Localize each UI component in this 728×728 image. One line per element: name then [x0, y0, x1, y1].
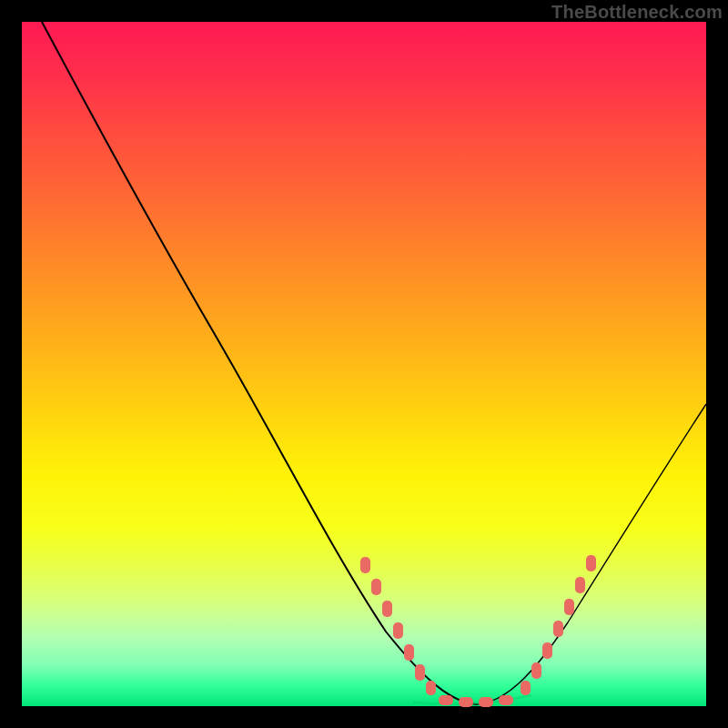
svg-rect-16 — [575, 577, 585, 593]
sample-dots-right — [521, 555, 596, 695]
svg-rect-4 — [404, 644, 414, 661]
sample-dots-bottom — [439, 695, 513, 707]
svg-rect-14 — [553, 621, 563, 637]
chart-svg — [22, 22, 706, 706]
svg-rect-11 — [521, 681, 531, 695]
svg-rect-5 — [415, 664, 425, 681]
svg-rect-9 — [479, 697, 493, 707]
svg-rect-1 — [371, 579, 381, 595]
svg-rect-2 — [382, 601, 392, 617]
svg-rect-17 — [586, 555, 596, 571]
svg-rect-12 — [531, 662, 541, 679]
svg-rect-8 — [459, 697, 473, 707]
chart-frame: TheBottleneck.com — [0, 0, 728, 728]
watermark-text: TheBottleneck.com — [551, 2, 723, 23]
svg-rect-6 — [426, 681, 436, 695]
svg-rect-15 — [564, 599, 574, 615]
bottleneck-curve-left — [42, 22, 477, 704]
svg-rect-10 — [499, 695, 513, 705]
svg-rect-7 — [439, 695, 453, 705]
sample-dots-left — [360, 557, 436, 695]
svg-rect-0 — [360, 557, 370, 573]
bottleneck-curve-right — [477, 404, 706, 704]
svg-rect-13 — [542, 642, 552, 659]
svg-rect-3 — [393, 622, 403, 639]
